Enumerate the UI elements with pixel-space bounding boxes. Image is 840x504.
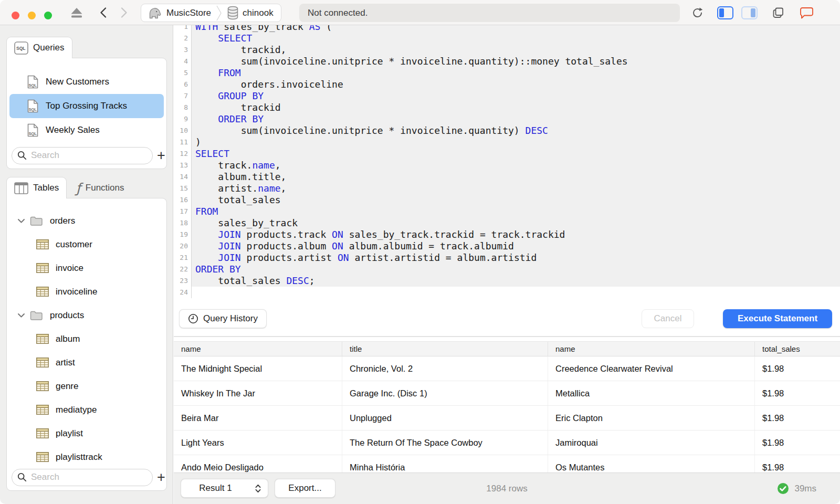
queries-search-row: + <box>12 145 164 166</box>
breadcrumb-separator <box>215 5 223 21</box>
tab-functions[interactable]: ƒ Functions <box>68 177 132 198</box>
query-duration: 39ms <box>777 482 816 495</box>
code-text: trackid, <box>192 44 840 56</box>
titlebar: MusicStore chinook Not connected. <box>0 0 840 25</box>
table-cell: $1.98 <box>755 381 840 405</box>
table-cell: Minha História <box>342 455 548 472</box>
search-icon <box>17 151 27 160</box>
line-number: 17 <box>174 206 192 217</box>
table-icon <box>36 428 49 438</box>
column-header[interactable]: name <box>548 342 755 356</box>
table-row[interactable]: The Midnight SpecialChronicle, Vol. 2Cre… <box>174 356 840 381</box>
chevron-down-icon[interactable] <box>17 218 25 224</box>
tree-table[interactable]: artist <box>7 351 166 374</box>
table-icon <box>36 358 49 368</box>
sql-editor[interactable]: 1WITH sales_by_track AS (2 SELECT3 track… <box>174 25 840 308</box>
execute-statement-label: Execute Statement <box>738 313 817 324</box>
editor-line: 1WITH sales_by_track AS ( <box>174 25 840 33</box>
tree-chevron[interactable] <box>17 218 26 224</box>
add-table-button[interactable]: + <box>157 470 165 484</box>
eject-disconnect-button[interactable] <box>69 0 84 25</box>
code-text: ORDER BY <box>192 264 840 275</box>
reload-icon <box>691 6 704 19</box>
tree-chevron[interactable] <box>17 313 26 318</box>
line-number: 23 <box>174 275 192 287</box>
tree-table[interactable]: mediatype <box>7 398 166 422</box>
tree-table[interactable]: playlisttrack <box>7 445 166 469</box>
editor-line: 7 GROUP BY <box>174 90 840 102</box>
table-row[interactable]: Light YearsThe Return Of The Space Cowbo… <box>174 430 840 455</box>
reload-button[interactable] <box>690 0 705 25</box>
table-row[interactable]: Ando Meio DesligadoMinha HistóriaOs Muta… <box>174 455 840 472</box>
table-cell: Eric Clapton <box>548 406 755 430</box>
table-icon-wrap <box>36 334 49 344</box>
tree-table[interactable]: genre <box>7 374 166 398</box>
table-icon <box>36 452 49 462</box>
editor-line: 12SELECT <box>174 148 840 160</box>
line-number: 20 <box>174 240 192 252</box>
svg-text:SQL: SQL <box>16 46 25 51</box>
tree-table[interactable]: customer <box>7 233 166 256</box>
line-number: 3 <box>174 44 192 56</box>
table-row[interactable]: Whiskey In The JarGarage Inc. (Disc 1)Me… <box>174 381 840 406</box>
breadcrumb-server[interactable]: MusicStore <box>146 6 211 20</box>
queries-search-input[interactable] <box>31 150 147 161</box>
column-header[interactable]: total_sales <box>755 342 840 356</box>
database-icon <box>227 6 239 20</box>
feedback-button[interactable] <box>799 0 814 25</box>
tree-table[interactable]: album <box>7 327 166 351</box>
tree-folder[interactable]: orders <box>7 209 166 233</box>
navigate-back-button[interactable] <box>98 0 108 25</box>
query-item[interactable]: SQL New Customers <box>9 70 164 94</box>
line-number: 10 <box>174 125 192 136</box>
connection-status-text: Not connected. <box>308 8 368 18</box>
tab-queries[interactable]: SQL Queries <box>6 37 72 58</box>
queries-search-box[interactable] <box>12 147 153 164</box>
clock-icon <box>188 313 198 324</box>
tree-table-label: invoice <box>56 263 83 274</box>
table-columns-icon <box>14 182 28 194</box>
query-history-button[interactable]: Query History <box>179 309 267 328</box>
tree-folder[interactable]: products <box>7 303 166 327</box>
navigate-forward-button[interactable] <box>119 0 129 25</box>
tables-search-input[interactable] <box>31 472 147 482</box>
close-window-button[interactable] <box>12 12 19 19</box>
query-item[interactable]: SQL Top Grossing Tracks <box>9 94 164 118</box>
tree-table[interactable]: invoice <box>7 256 166 280</box>
cancel-button[interactable]: Cancel <box>642 309 694 328</box>
line-number: 15 <box>174 183 192 194</box>
query-item[interactable]: SQL Weekly Sales <box>9 118 164 142</box>
tree-table[interactable]: invoiceline <box>7 280 166 303</box>
column-header[interactable]: title <box>342 342 548 356</box>
code-text: trackid <box>192 102 840 113</box>
breadcrumb-database[interactable]: chinook <box>227 6 274 20</box>
table-cell: The Return Of The Space Cowboy <box>342 430 548 455</box>
toggle-left-sidebar-button[interactable] <box>717 0 733 25</box>
tree-folder-label: orders <box>50 216 75 226</box>
table-cell: Garage Inc. (Disc 1) <box>342 381 548 405</box>
tree-table-label: playlist <box>56 428 83 439</box>
table-row[interactable]: Beira MarUnpluggedEric Clapton$1.98 <box>174 406 840 430</box>
tables-search-box[interactable] <box>12 469 153 486</box>
toggle-right-sidebar-button[interactable] <box>741 0 758 25</box>
table-icon <box>36 381 49 391</box>
table-cell: Unplugged <box>342 406 548 430</box>
editor-line: 17FROM <box>174 206 840 217</box>
table-cell: Beira Mar <box>174 406 342 430</box>
add-query-button[interactable]: + <box>157 149 165 162</box>
editor-line: 8 trackid <box>174 102 840 113</box>
svg-text:SQL: SQL <box>29 83 37 88</box>
execute-statement-button[interactable]: Execute Statement <box>723 309 832 328</box>
results-statusbar: Result 1 Export... 1984 rows 39ms <box>174 472 840 504</box>
tab-tables[interactable]: Tables <box>6 177 67 198</box>
chevron-down-icon[interactable] <box>17 313 25 318</box>
windows-button[interactable] <box>771 0 785 25</box>
tables-search-row: + <box>12 467 164 488</box>
tree-table[interactable]: playlist <box>7 422 166 445</box>
zoom-window-button[interactable] <box>44 12 52 19</box>
column-header[interactable]: name <box>174 342 342 356</box>
code-text: sum(invoiceline.unitprice * invoiceline.… <box>192 125 840 136</box>
connection-status-field: Not connected. <box>299 4 680 22</box>
minimize-window-button[interactable] <box>28 12 36 19</box>
sql-badge-icon: SQL <box>14 41 28 55</box>
